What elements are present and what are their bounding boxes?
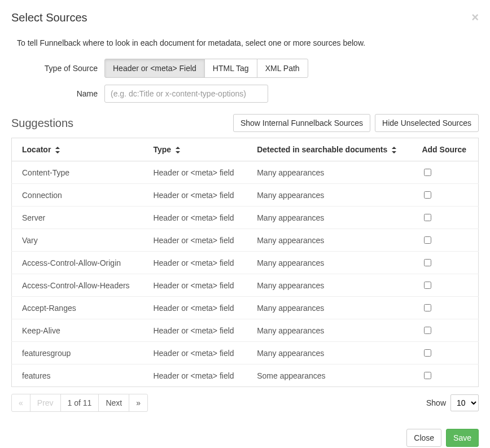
cell-add-source <box>412 161 478 184</box>
cell-locator: Connection <box>12 184 143 207</box>
add-source-checkbox[interactable] <box>424 327 431 334</box>
last-page-button[interactable] <box>129 394 148 412</box>
col-detected[interactable]: Detected in searchable documents <box>247 138 412 161</box>
sort-icon <box>55 147 61 153</box>
next-page-button[interactable]: Next <box>98 394 129 412</box>
col-add-source-label: Add Source <box>422 145 466 154</box>
add-source-checkbox[interactable] <box>424 282 431 289</box>
table-row: Accept-RangesHeader or <meta> fieldMany … <box>12 297 479 319</box>
table-row: Access-Control-Allow-OriginHeader or <me… <box>12 252 479 274</box>
table-row: featuresgroupHeader or <meta> fieldMany … <box>12 342 479 364</box>
suggestions-title: Suggestions <box>11 117 73 130</box>
modal-title: Select Sources <box>11 11 88 24</box>
cell-locator: Server <box>12 207 143 229</box>
suggestions-table: Locator Type Detected in searchable docu… <box>11 138 479 387</box>
cell-type: Header or <meta> field <box>143 252 247 274</box>
cell-locator: Content-Type <box>12 161 143 184</box>
hide-unselected-sources-button[interactable]: Hide Unselected Sources <box>375 114 479 132</box>
pagination: Prev 1 of 11 Next <box>11 394 148 412</box>
add-source-checkbox[interactable] <box>424 191 431 199</box>
suggestions-actions: Show Internal Funnelback Sources Hide Un… <box>233 114 479 132</box>
show-internal-sources-button[interactable]: Show Internal Funnelback Sources <box>233 114 370 132</box>
cell-locator: Access-Control-Allow-Origin <box>12 252 143 274</box>
cell-add-source <box>412 229 478 252</box>
cell-detected: Many appearances <box>247 297 412 319</box>
save-button[interactable]: Save <box>446 429 479 447</box>
cell-type: Header or <meta> field <box>143 319 247 342</box>
suggestions-header: Suggestions Show Internal Funnelback Sou… <box>11 114 479 132</box>
footer-actions: Close Save <box>11 429 479 447</box>
close-button[interactable]: Close <box>406 429 441 447</box>
sort-icon <box>176 147 181 153</box>
source-type-toggle: Header or <meta> Field HTML Tag XML Path <box>104 59 308 78</box>
modal-description: To tell Funnelback where to look in each… <box>17 38 479 47</box>
cell-detected: Some appearances <box>247 364 412 387</box>
show-control: Show 10 <box>426 394 479 411</box>
cell-add-source <box>412 207 478 229</box>
cell-add-source <box>412 342 478 364</box>
add-source-checkbox[interactable] <box>424 169 431 176</box>
source-type-html-tag[interactable]: HTML Tag <box>204 59 257 78</box>
cell-type: Header or <meta> field <box>143 297 247 319</box>
add-source-checkbox[interactable] <box>424 236 431 244</box>
page-info: 1 of 11 <box>60 394 99 412</box>
form-row-name: Name <box>11 85 479 103</box>
show-select[interactable]: 10 <box>450 394 479 411</box>
table-row: Access-Control-Allow-HeadersHeader or <m… <box>12 274 479 297</box>
cell-detected: Many appearances <box>247 319 412 342</box>
prev-page-button[interactable]: Prev <box>30 394 61 412</box>
sort-icon <box>392 147 397 153</box>
cell-locator: features <box>12 364 143 387</box>
col-locator[interactable]: Locator <box>12 138 143 161</box>
table-row: VaryHeader or <meta> fieldMany appearanc… <box>12 229 479 252</box>
cell-add-source <box>412 297 478 319</box>
cell-type: Header or <meta> field <box>143 364 247 387</box>
cell-locator: featuresgroup <box>12 342 143 364</box>
chevron-double-right-icon <box>136 398 141 407</box>
add-source-checkbox[interactable] <box>424 372 431 379</box>
cell-add-source <box>412 274 478 297</box>
cell-detected: Many appearances <box>247 207 412 229</box>
cell-type: Header or <meta> field <box>143 342 247 364</box>
source-type-xml-path[interactable]: XML Path <box>257 59 308 78</box>
first-page-button[interactable] <box>11 394 30 412</box>
col-type-label: Type <box>153 145 171 154</box>
cell-locator: Accept-Ranges <box>12 297 143 319</box>
cell-detected: Many appearances <box>247 229 412 252</box>
cell-detected: Many appearances <box>247 274 412 297</box>
cell-type: Header or <meta> field <box>143 274 247 297</box>
col-type[interactable]: Type <box>143 138 247 161</box>
source-type-header-meta[interactable]: Header or <meta> Field <box>104 59 205 78</box>
cell-detected: Many appearances <box>247 161 412 184</box>
type-of-source-label: Type of Source <box>11 64 104 73</box>
close-icon[interactable]: × <box>471 11 479 24</box>
table-row: Content-TypeHeader or <meta> fieldMany a… <box>12 161 479 184</box>
select-sources-modal: Select Sources × To tell Funnelback wher… <box>0 0 490 448</box>
form-row-type: Type of Source Header or <meta> Field HT… <box>11 59 479 78</box>
cell-detected: Many appearances <box>247 342 412 364</box>
table-row: ConnectionHeader or <meta> fieldMany app… <box>12 184 479 207</box>
name-label: Name <box>11 89 104 98</box>
cell-add-source <box>412 364 478 387</box>
add-source-checkbox[interactable] <box>424 214 431 221</box>
cell-type: Header or <meta> field <box>143 184 247 207</box>
col-detected-label: Detected in searchable documents <box>257 145 387 154</box>
cell-add-source <box>412 184 478 207</box>
chevron-double-left-icon <box>19 398 23 407</box>
col-locator-label: Locator <box>22 145 51 154</box>
table-row: ServerHeader or <meta> fieldMany appeara… <box>12 207 479 229</box>
cell-type: Header or <meta> field <box>143 161 247 184</box>
cell-locator: Keep-Alive <box>12 319 143 342</box>
cell-locator: Vary <box>12 229 143 252</box>
modal-header: Select Sources × <box>11 11 479 33</box>
name-input[interactable] <box>104 85 268 103</box>
add-source-checkbox[interactable] <box>424 304 431 311</box>
show-label: Show <box>426 398 446 407</box>
cell-type: Header or <meta> field <box>143 229 247 252</box>
add-source-checkbox[interactable] <box>424 259 431 266</box>
add-source-checkbox[interactable] <box>424 349 431 357</box>
col-add-source: Add Source <box>412 138 478 161</box>
pagination-row: Prev 1 of 11 Next Show 10 <box>11 394 479 412</box>
cell-type: Header or <meta> field <box>143 207 247 229</box>
cell-detected: Many appearances <box>247 252 412 274</box>
